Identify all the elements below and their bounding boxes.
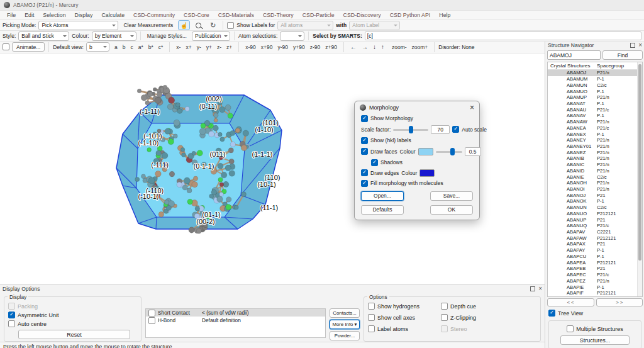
structure-row-ABANOH[interactable]: ABANOHP21/n bbox=[548, 180, 642, 186]
scale-factor-slider[interactable] bbox=[393, 126, 428, 133]
dialog-close-icon[interactable]: × bbox=[470, 104, 474, 111]
style-preset-select[interactable]: Publication bbox=[192, 31, 230, 41]
structure-row-ABANAV[interactable]: ABANAVP-1 bbox=[548, 113, 642, 119]
structure-row-ABAMUO[interactable]: ABAMUOP-1 bbox=[548, 88, 642, 94]
structure-row-ABAPEZ[interactable]: ABAPEZP21/n bbox=[548, 278, 642, 284]
powder-button[interactable]: Powder... bbox=[330, 331, 360, 340]
structure-row-ABAMUN[interactable]: ABAMUNC2/c bbox=[548, 82, 642, 88]
structure-row-ABANEZ[interactable]: ABANEZP21/n bbox=[548, 149, 642, 155]
tree-view-checkbox[interactable] bbox=[548, 310, 555, 317]
view-button-[interactable]: → bbox=[359, 43, 370, 51]
auto-scale-checkbox[interactable] bbox=[452, 126, 459, 133]
view-button-z-[interactable]: z- bbox=[214, 43, 224, 51]
structure-row-ABANUN[interactable]: ABANUNC2/c bbox=[548, 205, 642, 211]
rotate-tool-button[interactable]: ↻ bbox=[207, 20, 219, 30]
colour-select[interactable]: by Element bbox=[92, 31, 136, 41]
default-view-select[interactable]: b bbox=[86, 42, 109, 52]
auto-centre-checkbox[interactable] bbox=[8, 320, 15, 327]
draw-faces-checkbox[interactable] bbox=[361, 148, 368, 155]
atom-selections-select[interactable] bbox=[280, 31, 304, 41]
menu-csd-community[interactable]: CSD-Community bbox=[129, 12, 179, 18]
picking-mode-select[interactable]: Pick Atoms bbox=[38, 21, 118, 30]
menu-csd-materials[interactable]: CSD-Materials bbox=[214, 12, 258, 18]
structure-row-ABAMUP[interactable]: ABAMUPP21/n bbox=[548, 94, 642, 101]
view-button-a[interactable]: a bbox=[112, 43, 120, 51]
depth-cue-checkbox[interactable] bbox=[441, 303, 448, 310]
structure-row-ABANIC[interactable]: ABANICP21/n bbox=[548, 162, 642, 168]
structure-row-ABANIB[interactable]: ABANIBP21/n bbox=[548, 155, 642, 162]
scrollbar-thumb[interactable] bbox=[638, 64, 641, 261]
structure-row-ABAPEC[interactable]: ABAPECP21/c bbox=[548, 272, 642, 278]
view-button-z-90[interactable]: z-90 bbox=[308, 43, 323, 51]
view-button-z+90[interactable]: z+90 bbox=[323, 43, 340, 51]
magnify-tool-button[interactable] bbox=[192, 20, 204, 30]
view-button-x-[interactable]: x- bbox=[174, 43, 183, 51]
fill-molecules-checkbox[interactable] bbox=[361, 180, 368, 187]
structure-row-ABANUQ[interactable]: ABANUQP21/c bbox=[548, 223, 642, 229]
ok-button[interactable]: OK bbox=[430, 205, 473, 215]
menu-csd-python-api[interactable]: CSD Python API bbox=[386, 12, 435, 18]
menu-file[interactable]: File bbox=[3, 12, 20, 18]
view-button-x+90[interactable]: x+90 bbox=[258, 43, 275, 51]
refcode-search-input[interactable]: ABAMOJ bbox=[547, 50, 601, 60]
structure-row-ABANEX[interactable]: ABANEXP-1 bbox=[548, 131, 642, 137]
edges-colour-swatch[interactable] bbox=[419, 169, 435, 177]
reset-button[interactable]: Reset bbox=[18, 330, 130, 339]
faces-colour-swatch[interactable] bbox=[418, 148, 433, 155]
animate-button[interactable]: Animate... bbox=[12, 42, 45, 52]
view-button-z+[interactable]: z+ bbox=[224, 43, 235, 51]
structure-row-ABANUO[interactable]: ABANUOP212121 bbox=[548, 211, 642, 217]
float-panel-icon[interactable] bbox=[530, 286, 535, 291]
structure-row-ABAPAY[interactable]: ABAPAYP-1 bbox=[548, 247, 642, 254]
structure-row-ABAPIE[interactable]: ABAPIEP-1 bbox=[548, 284, 642, 290]
structure-row-ABANEY[interactable]: ABANEYP21/n bbox=[548, 137, 642, 143]
z-clipping-checkbox[interactable] bbox=[441, 314, 448, 321]
structure-3d-viewport[interactable]: (002)(0-11)(-1-11)(101)(1-10)(-101)(-1-1… bbox=[0, 53, 545, 284]
defaults-button[interactable]: Defaults bbox=[361, 205, 404, 215]
menu-help[interactable]: Help bbox=[435, 12, 455, 18]
view-button-x+[interactable]: x+ bbox=[183, 43, 194, 51]
contacts-button[interactable]: Contacts... bbox=[330, 308, 360, 318]
clear-measurements-button[interactable]: Clear Measurements bbox=[121, 21, 175, 29]
menu-selection[interactable]: Selection bbox=[38, 12, 70, 18]
asymmetric-unit-checkbox[interactable] bbox=[8, 312, 15, 318]
structure-row-ABANOK[interactable]: ABANOKP-1 bbox=[548, 198, 642, 205]
prev-page-button[interactable]: < < bbox=[547, 298, 594, 306]
faces-opacity-slider[interactable] bbox=[436, 148, 462, 155]
menu-display[interactable]: Display bbox=[70, 12, 97, 18]
shadows-checkbox[interactable] bbox=[371, 159, 378, 166]
view-button-c[interactable]: c bbox=[128, 43, 135, 51]
structure-row-ABANID[interactable]: ABANIDP21/n bbox=[548, 168, 642, 174]
view-button-y-90[interactable]: y-90 bbox=[275, 43, 291, 51]
find-button[interactable]: Find bbox=[602, 50, 643, 60]
menu-calculate[interactable]: Calculate bbox=[97, 12, 129, 18]
menu-csd-discovery[interactable]: CSD-Discovery bbox=[339, 12, 386, 18]
show-morphology-checkbox[interactable] bbox=[361, 115, 368, 122]
view-button-c*[interactable]: c* bbox=[156, 43, 166, 51]
view-button-[interactable]: ↓ bbox=[370, 43, 379, 51]
structure-row-ABANEY01[interactable]: ABANEY01P21/n bbox=[548, 143, 642, 150]
faces-opacity-value[interactable]: 0.5 bbox=[465, 147, 481, 156]
next-page-button[interactable]: > > bbox=[596, 298, 643, 306]
close-panel-icon[interactable]: × bbox=[538, 286, 542, 291]
view-button-b[interactable]: b bbox=[120, 43, 128, 51]
show-hkl-checkbox[interactable] bbox=[361, 137, 368, 144]
structure-row-ABANAU[interactable]: ABANAUP21/c bbox=[548, 106, 642, 113]
view-button-[interactable]: ← bbox=[348, 43, 359, 51]
menu-csd-core[interactable]: CSD-Core bbox=[179, 12, 214, 18]
smarts-input[interactable]: [c] bbox=[365, 31, 641, 40]
show-labels-checkbox[interactable] bbox=[227, 22, 234, 29]
view-button-y-[interactable]: y- bbox=[194, 43, 204, 51]
pick-hand-tool-button[interactable]: ☝ bbox=[178, 20, 190, 30]
more-info-button[interactable]: More Info ▾ bbox=[330, 320, 360, 329]
view-button-y+[interactable]: y+ bbox=[204, 43, 214, 51]
structure-row-ABANUP[interactable]: ABANUPP21 bbox=[548, 216, 642, 223]
save-button[interactable]: Save... bbox=[430, 191, 473, 201]
view-button-[interactable]: ↑ bbox=[379, 43, 387, 51]
float-panel-icon[interactable] bbox=[630, 43, 635, 48]
manage-styles-button[interactable]: Manage Styles... bbox=[145, 32, 189, 40]
structures-button[interactable]: Structures... bbox=[560, 335, 630, 345]
structure-list-scrollbar[interactable] bbox=[637, 62, 642, 296]
structure-row-ABANOI[interactable]: ABANOIP21/n bbox=[548, 186, 642, 193]
style-select[interactable]: Ball and Stick bbox=[18, 31, 69, 41]
